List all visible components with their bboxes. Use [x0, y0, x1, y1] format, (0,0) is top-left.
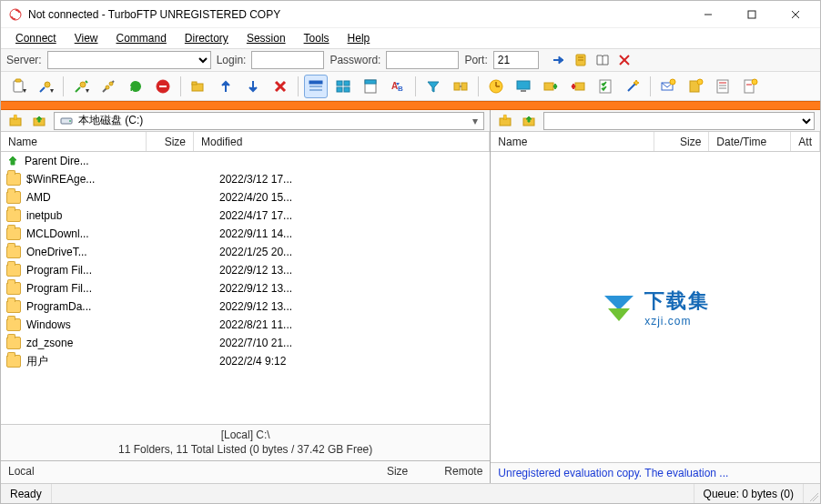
remote-up-folder-icon[interactable]: [520, 112, 538, 130]
svg-rect-32: [344, 87, 350, 92]
svg-rect-34: [365, 80, 376, 84]
folder-icon: [6, 264, 21, 277]
disconnect-icon[interactable]: [96, 75, 120, 98]
new-message-icon[interactable]: [656, 75, 680, 98]
bookmark-folder-icon[interactable]: [6, 112, 25, 130]
col-local-size[interactable]: Size: [147, 132, 194, 151]
file-row[interactable]: 用户2022/2/4 9:12: [1, 352, 490, 370]
checklist-icon[interactable]: [593, 75, 617, 98]
file-row[interactable]: OneDriveT...2022/1/25 20...: [1, 243, 490, 261]
col-remote-name[interactable]: Name: [491, 132, 654, 151]
remote-path-combo[interactable]: [543, 112, 815, 130]
log-icon[interactable]: [711, 75, 735, 98]
parent-dir-row[interactable]: Parent Dire...: [1, 152, 490, 170]
file-row[interactable]: zd_zsone2022/7/10 21...: [1, 334, 490, 352]
download-icon[interactable]: [241, 75, 265, 98]
local-footer-path: [Local] C:\: [8, 428, 482, 443]
server-label: Server:: [6, 54, 42, 66]
connect-plug-icon[interactable]: ▾: [34, 75, 57, 98]
file-row[interactable]: MCLDownl...2022/9/11 14...: [1, 225, 490, 243]
file-name: AMD: [26, 191, 161, 204]
file-name: Program Fil...: [26, 264, 161, 277]
queue-col-remote[interactable]: Remote: [444, 465, 482, 479]
filter-icon[interactable]: [421, 75, 445, 98]
up-folder-icon[interactable]: [30, 112, 48, 130]
svg-rect-27: [309, 86, 322, 87]
local-columns: Name Size Modified: [1, 132, 490, 152]
abort-icon[interactable]: [151, 75, 175, 98]
schedule-clock-icon[interactable]: [484, 75, 508, 98]
remote-bookmark-folder-icon[interactable]: [496, 112, 514, 130]
quick-connect-icon[interactable]: ▾: [69, 75, 93, 98]
svg-text:▾: ▾: [86, 86, 89, 95]
resize-grip-icon[interactable]: [804, 487, 818, 501]
reconnect-icon[interactable]: [124, 75, 147, 98]
file-row[interactable]: inetpub2022/4/17 17...: [1, 207, 490, 225]
sync-out-icon[interactable]: [539, 75, 563, 98]
svg-point-0: [10, 9, 21, 20]
menu-connect[interactable]: Connect: [8, 30, 64, 46]
svg-point-19: [109, 82, 113, 86]
menu-directory[interactable]: Directory: [177, 30, 236, 46]
port-input[interactable]: [493, 51, 539, 69]
parent-dir-label: Parent Dire...: [25, 155, 159, 167]
file-row[interactable]: AMD2022/4/20 15...: [1, 188, 490, 207]
password-label: Password:: [329, 54, 380, 66]
queue-col-size[interactable]: Size: [387, 465, 408, 479]
chevron-down-icon: ▾: [472, 115, 478, 127]
address-book-icon[interactable]: [572, 51, 590, 69]
svg-point-50: [670, 79, 675, 85]
file-row[interactable]: Program Fil...2022/9/12 13...: [1, 261, 490, 279]
col-remote-attr[interactable]: Att: [791, 132, 820, 151]
local-file-list[interactable]: Parent Dire... $WinREAge...2022/3/12 17.…: [1, 152, 490, 424]
maximize-button[interactable]: [731, 2, 773, 27]
watermark-logo-icon: [601, 292, 637, 323]
file-row[interactable]: Program Fil...2022/9/12 13...: [1, 279, 490, 297]
new-log-icon[interactable]: [738, 75, 762, 98]
local-footer-stats: 11 Folders, 11 Total Listed (0 bytes / 3…: [8, 443, 482, 458]
sync-in-icon[interactable]: [566, 75, 590, 98]
wand-icon[interactable]: [621, 75, 644, 98]
server-select[interactable]: [47, 51, 211, 69]
new-folder-icon[interactable]: [187, 75, 210, 98]
close-button[interactable]: [775, 2, 816, 27]
clipboard-icon[interactable]: ▾: [6, 75, 30, 98]
svg-rect-37: [454, 83, 460, 90]
file-row[interactable]: Windows2022/8/21 11...: [1, 316, 490, 334]
delete-x-icon[interactable]: [615, 51, 633, 69]
file-modified: 2022/4/17 17...: [214, 209, 484, 222]
queue-col-local[interactable]: Local: [8, 465, 35, 479]
col-remote-size[interactable]: Size: [654, 132, 709, 151]
svg-rect-38: [461, 83, 467, 90]
local-path-combo[interactable]: 本地磁盘 (C:) ▾: [54, 112, 484, 130]
svg-rect-11: [14, 81, 23, 92]
menu-view[interactable]: View: [67, 30, 106, 46]
file-row[interactable]: $WinREAge...2022/3/12 17...: [1, 170, 490, 188]
svg-text:▾: ▾: [23, 86, 26, 95]
menu-help[interactable]: Help: [340, 30, 378, 46]
upload-icon[interactable]: [214, 75, 238, 98]
rename-icon[interactable]: AB: [386, 75, 410, 98]
col-remote-datetime[interactable]: Date/Time: [709, 132, 791, 151]
col-local-name[interactable]: Name: [1, 132, 147, 151]
open-book-icon[interactable]: [593, 51, 612, 69]
delete-file-icon[interactable]: [269, 75, 292, 98]
login-input[interactable]: [251, 51, 324, 69]
list-view-icon[interactable]: [331, 75, 355, 98]
properties-icon[interactable]: [359, 75, 382, 98]
folder-icon: [6, 337, 21, 349]
file-row[interactable]: ProgramDa...2022/9/12 13...: [1, 297, 490, 316]
new-task-icon[interactable]: [684, 75, 707, 98]
menu-tools[interactable]: Tools: [297, 30, 337, 46]
monitor-icon[interactable]: [512, 75, 535, 98]
svg-rect-43: [517, 81, 530, 89]
minimize-button[interactable]: [687, 2, 729, 27]
menu-command[interactable]: Command: [109, 30, 174, 46]
go-connect-icon[interactable]: [550, 51, 568, 69]
remote-file-list[interactable]: 下载集 xzji.com: [491, 152, 820, 462]
col-local-modified[interactable]: Modified: [194, 132, 490, 151]
compare-icon[interactable]: [449, 75, 472, 98]
menu-session[interactable]: Session: [239, 30, 293, 46]
password-input[interactable]: [386, 51, 459, 69]
details-view-icon[interactable]: [304, 75, 328, 98]
